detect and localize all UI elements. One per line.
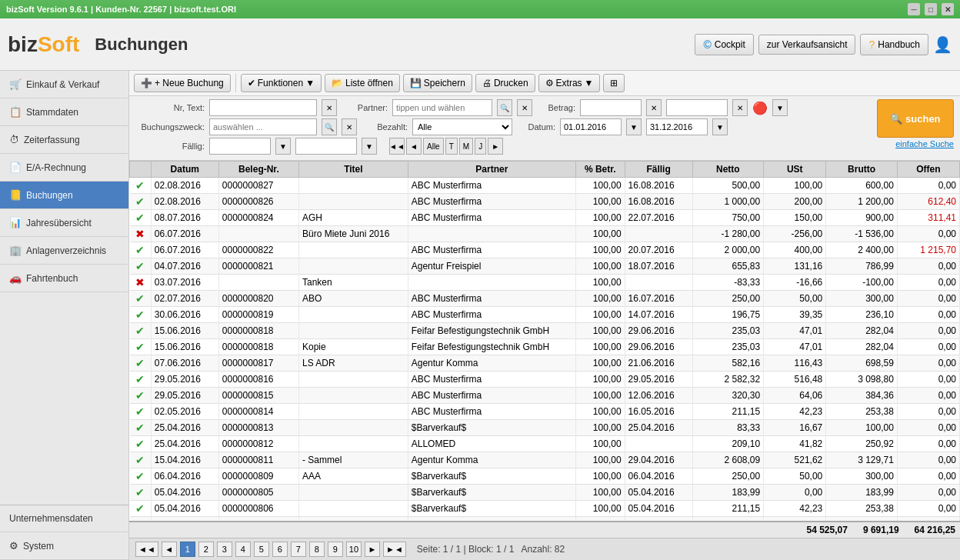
buchungszweck-search-btn[interactable]: 🔍 xyxy=(322,118,337,135)
table-row[interactable]: ✔ 06.04.2016 0000000809 AAA $Barverkauf$… xyxy=(130,468,960,485)
col-brutto[interactable]: Brutto xyxy=(826,162,898,178)
page-8-btn[interactable]: 8 xyxy=(309,542,325,557)
nav-m[interactable]: M xyxy=(459,138,473,155)
table-row[interactable]: ✔ 29.05.2016 0000000816 ABC Musterfirma … xyxy=(130,372,960,388)
bezahlt-select[interactable]: Alle Bezahlt Offen xyxy=(412,118,512,135)
col-betr[interactable]: % Betr. xyxy=(575,162,625,178)
nav-prev-prev[interactable]: ◄◄ xyxy=(389,138,405,155)
table-row[interactable]: ✔ 02.05.2016 0000000814 ABC Musterfirma … xyxy=(130,404,960,420)
table-row[interactable]: ✔ 15.06.2016 0000000818 Feifar Befestigu… xyxy=(130,323,960,339)
page-7-btn[interactable]: 7 xyxy=(291,542,306,557)
nav-j[interactable]: J xyxy=(475,138,486,155)
liste-oeffnen-button[interactable]: 📂 Liste öffnen xyxy=(325,74,400,92)
page-first-btn[interactable]: ◄◄ xyxy=(135,542,158,557)
search-button[interactable]: 🔍 suchen xyxy=(877,99,954,138)
faellig-to-arrow[interactable]: ▼ xyxy=(362,138,377,155)
nav-t[interactable]: T xyxy=(445,138,458,155)
nav-alle[interactable]: Alle xyxy=(423,138,444,155)
datum-from-arrow[interactable]: ▼ xyxy=(626,118,642,135)
table-row[interactable]: ✔ 05.04.2016 0000000805 $Barverkauf$ 100… xyxy=(130,485,960,501)
page-3-btn[interactable]: 3 xyxy=(217,542,232,557)
user-icon[interactable]: 👤 xyxy=(933,35,952,54)
minimize-btn[interactable]: ─ xyxy=(908,3,920,15)
faellig-from-arrow[interactable]: ▼ xyxy=(275,138,291,155)
betrag-clear-btn[interactable]: ✕ xyxy=(646,99,662,116)
datum-to-arrow[interactable]: ▼ xyxy=(712,118,728,135)
partner-clear-btn[interactable]: ✕ xyxy=(517,99,532,116)
col-status[interactable] xyxy=(130,162,152,178)
drucken-button[interactable]: 🖨 Drucken xyxy=(475,74,535,92)
sidebar-item-jahresuebersicht[interactable]: 📊 Jahresübersicht xyxy=(0,209,128,237)
table-row[interactable]: ✔ 29.05.2016 0000000815 ABC Musterfirma … xyxy=(130,388,960,404)
col-faellig[interactable]: Fällig xyxy=(625,162,692,178)
table-row[interactable]: ✔ 15.06.2016 0000000818 Kopie Feifar Bef… xyxy=(130,339,960,355)
betrag-clear-btn2[interactable]: ✕ xyxy=(732,99,748,116)
nr-text-input[interactable] xyxy=(209,99,317,116)
nav-prev[interactable]: ◄ xyxy=(406,138,422,155)
col-partner[interactable]: Partner xyxy=(408,162,575,178)
sidebar-item-zeiterfassung[interactable]: ⏱ Zeiterfassung xyxy=(0,126,128,154)
faellig-from-input[interactable] xyxy=(209,138,271,155)
neue-buchung-button[interactable]: ➕ + Neue Buchung xyxy=(134,74,231,92)
speichern-button[interactable]: 💾 Speichern xyxy=(403,74,472,92)
datum-to-input[interactable] xyxy=(646,118,708,135)
sidebar-item-stammdaten[interactable]: 📋 Stammdaten xyxy=(0,98,128,126)
betrag-input2[interactable] xyxy=(666,99,728,116)
nav-next[interactable]: ► xyxy=(488,138,503,155)
faellig-to-input[interactable] xyxy=(295,138,357,155)
table-row[interactable]: ✔ 08.07.2016 0000000824 AGH ABC Musterfi… xyxy=(130,210,960,226)
close-btn[interactable]: ✕ xyxy=(942,3,954,15)
betrag-arrow-btn[interactable]: ▼ xyxy=(772,99,788,116)
nr-clear-button[interactable]: ✕ xyxy=(322,99,337,116)
table-row[interactable]: ✔ 25.04.2016 0000000812 ALLOMED 100,00 2… xyxy=(130,436,960,452)
page-9-btn[interactable]: 9 xyxy=(328,542,343,557)
sidebar-item-fahrtenbuch[interactable]: 🚗 Fahrtenbuch xyxy=(0,265,128,292)
col-ust[interactable]: USt xyxy=(764,162,826,178)
table-row[interactable]: ✔ 06.07.2016 0000000822 ABC Musterfirma … xyxy=(130,242,960,258)
page-prev-btn[interactable]: ◄ xyxy=(162,542,177,557)
col-offen[interactable]: Offen xyxy=(897,162,959,178)
page-5-btn[interactable]: 5 xyxy=(254,542,269,557)
extra-btn[interactable]: ⊞ xyxy=(603,74,625,92)
table-row[interactable]: ✔ 02.08.2016 0000000826 ABC Musterfirma … xyxy=(130,194,960,210)
title-controls[interactable]: ─ □ ✕ xyxy=(908,3,954,15)
buchungszweck-input[interactable] xyxy=(209,118,317,135)
page-last-btn[interactable]: ►◄ xyxy=(383,542,406,557)
maximize-btn[interactable]: □ xyxy=(925,3,937,15)
page-1-btn[interactable]: 1 xyxy=(180,542,195,557)
table-row[interactable]: ✔ 07.06.2016 0000000817 LS ADR Agentur K… xyxy=(130,355,960,372)
col-datum[interactable]: Datum xyxy=(151,162,218,178)
table-row[interactable]: ✔ 02.08.2016 0000000827 ABC Musterfirma … xyxy=(130,178,960,194)
page-next-btn[interactable]: ► xyxy=(365,542,380,557)
sidebar-item-anlagenverzeichnis[interactable]: 🏢 Anlagenverzeichnis xyxy=(0,237,128,265)
col-netto[interactable]: Netto xyxy=(692,162,764,178)
buchungszweck-clear-btn[interactable]: ✕ xyxy=(342,118,357,135)
page-4-btn[interactable]: 4 xyxy=(235,542,251,557)
partner-input[interactable] xyxy=(392,99,492,116)
table-row[interactable]: ✔ 02.07.2016 0000000820 ABO ABC Musterfi… xyxy=(130,291,960,307)
verkauf-button[interactable]: zur Verkaufsansicht xyxy=(758,35,856,55)
table-row[interactable]: ✔ 25.04.2016 0000000813 $Barverkauf$ 100… xyxy=(130,420,960,436)
table-row[interactable]: ✔ 30.06.2016 0000000819 ABC Musterfirma … xyxy=(130,307,960,323)
table-row[interactable]: ✖ 06.07.2016 Büro Miete Juni 2016 100,00… xyxy=(130,226,960,242)
col-titel[interactable]: Titel xyxy=(298,162,408,178)
datum-from-input[interactable] xyxy=(560,118,622,135)
table-row[interactable]: ✖ 03.07.2016 Tanken 100,00 -83,33 -16,66… xyxy=(130,275,960,291)
einfache-suche-link[interactable]: einfache Suche xyxy=(895,139,954,148)
page-10-btn[interactable]: 10 xyxy=(346,542,362,557)
sidebar-item-buchungen[interactable]: 📒 Buchungen xyxy=(0,182,128,209)
sidebar-item-system[interactable]: ⚙ System xyxy=(0,532,128,560)
cockpit-button[interactable]: © Cockpit xyxy=(695,34,753,55)
handbuch-button[interactable]: ? Handbuch xyxy=(860,34,928,55)
col-beleg[interactable]: Beleg-Nr. xyxy=(218,162,298,178)
page-2-btn[interactable]: 2 xyxy=(198,542,214,557)
table-row[interactable]: ✔ 05.04.2016 0000000806 $Barverkauf$ 100… xyxy=(130,501,960,517)
extras-button[interactable]: ⚙ Extras ▼ xyxy=(538,74,601,92)
betrag-input[interactable] xyxy=(580,99,642,116)
page-6-btn[interactable]: 6 xyxy=(272,542,288,557)
sidebar-item-unternehmensdaten[interactable]: Unternehmensdaten xyxy=(0,505,128,532)
table-row[interactable]: ✔ 04.07.2016 0000000821 Agentur Freispie… xyxy=(130,258,960,275)
table-row[interactable]: ✔ 15.04.2016 0000000811 - Sammel Agentur… xyxy=(130,452,960,468)
funktionen-button[interactable]: ✔ Funktionen ▼ xyxy=(241,74,322,92)
partner-search-btn[interactable]: 🔍 xyxy=(497,99,512,116)
